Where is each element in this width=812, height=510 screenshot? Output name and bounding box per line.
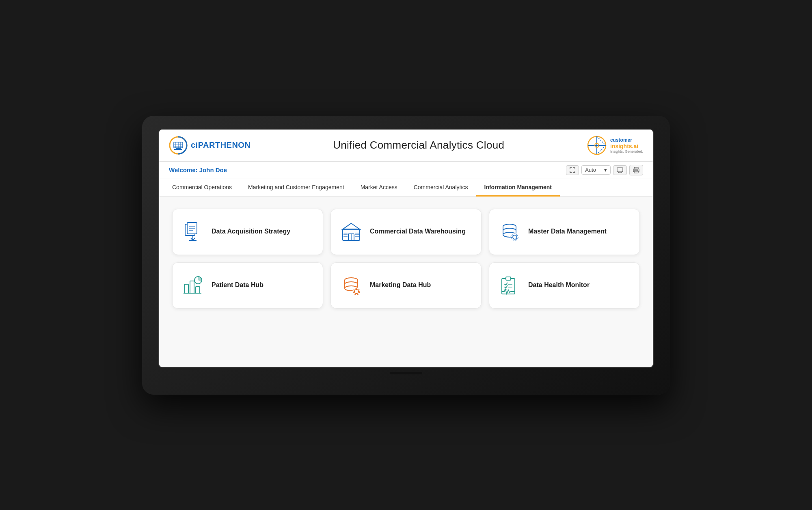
laptop-notch (390, 372, 422, 374)
svg-rect-8 (176, 148, 181, 149)
zoom-label: Auto (585, 167, 596, 173)
ci-logo-sub: Insights. Generated. (610, 149, 643, 153)
zoom-select[interactable]: Auto ▾ (581, 165, 611, 175)
svg-rect-71 (506, 277, 511, 280)
card-label-master-data-management: Master Data Management (528, 227, 607, 236)
card-label-data-health-monitor: Data Health Monitor (528, 281, 590, 290)
laptop-frame: ciPARTHENON Unified Commercial Analytics… (142, 116, 670, 395)
card-marketing-data-hub[interactable]: Marketing Data Hub (330, 262, 482, 309)
card-patient-data-hub[interactable]: Patient Data Hub (172, 262, 323, 309)
patient-data-icon (181, 274, 204, 297)
page-title: Unified Commercial Analytics Cloud (333, 139, 504, 151)
tab-commercial-analytics[interactable]: Commercial Analytics (406, 179, 476, 197)
tab-commercial-operations[interactable]: Commercial Operations (164, 179, 240, 197)
fullscreen-icon (570, 167, 575, 173)
card-label-commercial-data-warehousing: Commercial Data Warehousing (370, 227, 466, 236)
card-label-marketing-data-hub: Marketing Data Hub (370, 281, 431, 290)
card-label-data-acquisition: Data Acquisition Strategy (212, 227, 290, 236)
svg-rect-16 (617, 168, 623, 172)
ci-logo-text-area: customer insights.ai Insights. Generated… (610, 137, 643, 153)
data-health-icon (498, 274, 521, 297)
toolbar-right: Auto ▾ (566, 165, 643, 175)
card-data-acquisition-strategy[interactable]: Data Acquisition Strategy (172, 209, 323, 255)
master-data-icon (498, 220, 521, 243)
fullscreen-button[interactable] (566, 165, 579, 175)
main-content: Data Acquisition Strategy (159, 197, 653, 367)
ci-logo-area: customer insights.ai Insights. Generated… (587, 135, 643, 156)
svg-rect-55 (196, 287, 200, 293)
data-acquisition-icon (181, 220, 204, 243)
card-label-patient-data-hub: Patient Data Hub (212, 281, 263, 290)
svg-point-23 (637, 170, 638, 171)
welcome-message: Welcome: John Doe (169, 166, 227, 173)
card-data-health-monitor[interactable]: Data Health Monitor (489, 262, 640, 309)
svg-rect-9 (174, 149, 182, 150)
card-commercial-data-warehousing[interactable]: Commercial Data Warehousing (330, 209, 482, 255)
dropdown-arrow-icon: ▾ (604, 167, 607, 173)
svg-point-50 (511, 233, 519, 241)
warehouse-icon (340, 220, 363, 243)
logo-text: ciPARTHENON (191, 140, 251, 150)
tab-market-access[interactable]: Market Access (352, 179, 406, 197)
logo-area: ciPARTHENON (169, 136, 251, 155)
tab-marketing-customer[interactable]: Marketing and Customer Engagement (240, 179, 352, 197)
ci-logo-line1: customer (610, 137, 643, 143)
marketing-data-icon (340, 274, 363, 297)
header-right: customer insights.ai Insights. Generated… (587, 135, 643, 156)
svg-point-67 (352, 287, 361, 296)
svg-rect-53 (184, 284, 188, 293)
ciparthenon-logo-icon (169, 136, 188, 155)
tab-information-management[interactable]: Information Management (476, 179, 560, 197)
export-button[interactable] (613, 165, 627, 175)
export-icon (617, 167, 623, 173)
app-header: ciPARTHENON Unified Commercial Analytics… (159, 130, 653, 162)
nav-tabs: Commercial Operations Marketing and Cust… (159, 179, 653, 197)
print-button[interactable] (629, 165, 643, 175)
svg-rect-54 (190, 281, 194, 293)
ci-logo-line2: insights.ai (610, 143, 643, 149)
ci-logo-icon (587, 135, 607, 156)
welcome-bar: Welcome: John Doe Auto ▾ (159, 162, 653, 179)
card-master-data-management[interactable]: Master Data Management (489, 209, 640, 255)
print-icon (633, 167, 639, 173)
laptop-screen: ciPARTHENON Unified Commercial Analytics… (158, 129, 654, 368)
cards-grid: Data Acquisition Strategy (172, 209, 640, 309)
